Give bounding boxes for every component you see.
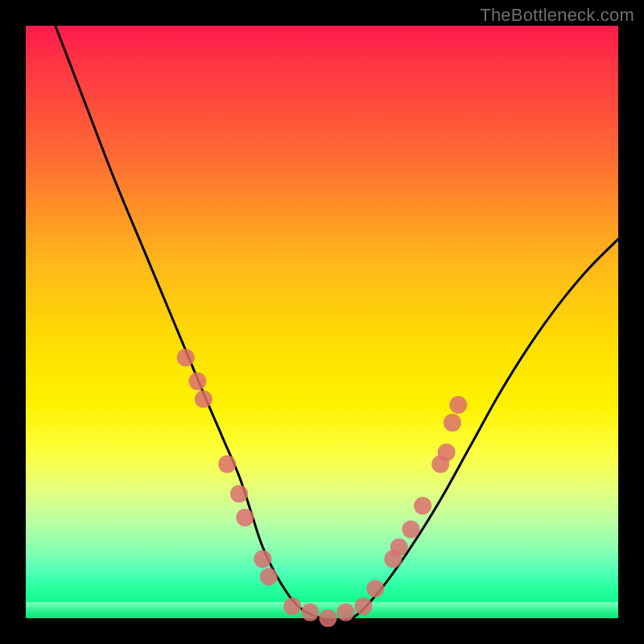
plot-area — [26, 26, 618, 618]
data-point — [177, 349, 195, 366]
data-point — [260, 568, 278, 586]
curve-layer — [26, 26, 618, 618]
data-point — [230, 485, 248, 502]
data-point — [319, 609, 336, 627]
data-point — [390, 539, 408, 556]
data-point — [195, 390, 213, 408]
data-point — [438, 444, 456, 461]
data-point — [444, 414, 461, 431]
data-points — [177, 349, 468, 627]
data-point — [366, 580, 384, 597]
data-point — [254, 550, 271, 568]
data-point — [188, 373, 206, 390]
data-point — [449, 396, 467, 414]
data-point — [336, 604, 354, 621]
data-point — [402, 521, 419, 539]
data-point — [355, 597, 373, 615]
watermark-text: TheBottleneck.com — [480, 5, 634, 26]
data-point — [283, 597, 301, 615]
data-point — [236, 509, 254, 526]
data-point — [414, 497, 431, 514]
data-point — [301, 604, 319, 621]
bottleneck-curve — [56, 26, 618, 621]
chart-frame: TheBottleneck.com — [0, 0, 644, 644]
data-point — [218, 456, 236, 473]
